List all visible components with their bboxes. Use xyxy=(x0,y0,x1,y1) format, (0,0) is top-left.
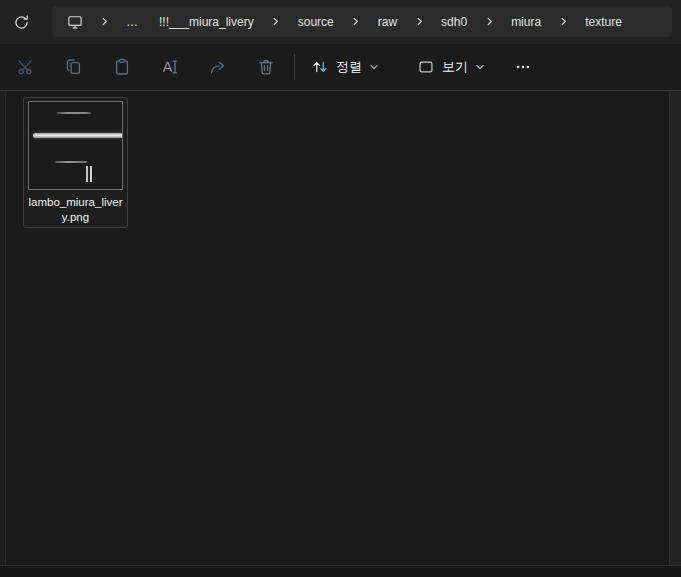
toolbar-divider xyxy=(294,54,295,80)
view-button[interactable]: 보기 xyxy=(407,49,495,85)
breadcrumb-chevron-icon xyxy=(484,17,494,26)
vertical-scrollbar[interactable] xyxy=(669,92,681,565)
breadcrumb-chevron-icon xyxy=(351,17,361,26)
breadcrumb-chevron-icon xyxy=(99,17,109,26)
delete-button[interactable] xyxy=(242,49,290,85)
clipboard-icon xyxy=(112,57,132,77)
trash-icon xyxy=(256,57,276,77)
monitor-icon xyxy=(66,13,84,31)
share-button[interactable] xyxy=(194,49,242,85)
thumbnail-line-top xyxy=(57,112,91,114)
chevron-down-icon xyxy=(369,62,379,72)
breadcrumb-chevron-icon xyxy=(558,17,568,26)
file-list-area[interactable]: lambo_miura_livery.png xyxy=(5,92,669,565)
breadcrumb-chevron-icon xyxy=(271,17,281,26)
breadcrumb-item-miura[interactable]: miura xyxy=(505,11,547,33)
breadcrumb-item-root[interactable]: !!!___miura_livery xyxy=(153,11,260,33)
refresh-button[interactable] xyxy=(7,8,35,36)
share-icon xyxy=(208,57,228,77)
file-name-label: lambo_miura_livery.png xyxy=(25,195,126,225)
paste-button[interactable] xyxy=(98,49,146,85)
view-icon xyxy=(417,58,435,76)
sort-button[interactable]: 정렬 xyxy=(301,49,389,85)
copy-icon xyxy=(64,57,84,77)
cut-button[interactable] xyxy=(2,49,50,85)
breadcrumb-item-texture[interactable]: texture xyxy=(579,11,628,33)
rename-icon xyxy=(160,57,180,77)
breadcrumb-item-raw[interactable]: raw xyxy=(372,11,403,33)
refresh-icon xyxy=(13,14,30,31)
breadcrumb-chevron-icon xyxy=(414,17,424,26)
more-options-button[interactable] xyxy=(501,49,545,85)
rename-button[interactable] xyxy=(146,49,194,85)
chevron-down-icon xyxy=(475,62,485,72)
breadcrumb-overflow-button[interactable]: … xyxy=(120,11,145,33)
copy-button[interactable] xyxy=(50,49,98,85)
command-bar: 정렬 보기 xyxy=(0,44,681,91)
breadcrumb-item-source[interactable]: source xyxy=(292,11,340,33)
file-thumbnail xyxy=(28,101,123,190)
window-bottom-edge xyxy=(0,565,681,577)
thumbnail-line-bottom xyxy=(55,161,87,163)
scissors-icon xyxy=(16,57,36,77)
thumbnail-vertical-bar xyxy=(86,166,92,182)
file-item[interactable]: lambo_miura_livery.png xyxy=(23,97,128,228)
sort-label: 정렬 xyxy=(336,58,362,76)
ellipsis-icon xyxy=(514,58,532,76)
view-label: 보기 xyxy=(442,58,468,76)
this-pc-button[interactable] xyxy=(62,9,88,35)
thumbnail-line-thick xyxy=(33,133,122,138)
breadcrumb-item-sdh0[interactable]: sdh0 xyxy=(435,11,473,33)
address-bar[interactable]: … !!!___miura_livery source raw sdh0 miu… xyxy=(52,6,672,37)
top-bar: … !!!___miura_livery source raw sdh0 miu… xyxy=(0,0,681,44)
sort-icon xyxy=(311,58,329,76)
